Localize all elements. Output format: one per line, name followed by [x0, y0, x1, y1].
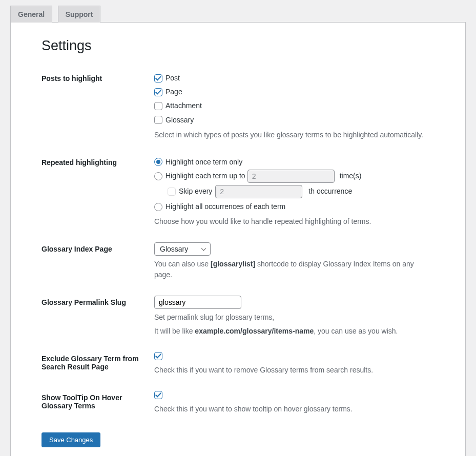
checkbox-show-tooltip[interactable]	[154, 391, 162, 399]
checkbox-post-label[interactable]: Post	[165, 72, 180, 85]
checkbox-skip-every[interactable]	[168, 188, 176, 196]
radio-highlight-once-label[interactable]: Highlight once term only	[165, 156, 242, 169]
desc-show-tooltip: Check this if you want to show tooltip o…	[154, 404, 429, 414]
checkbox-attachment[interactable]	[154, 102, 162, 110]
radio-highlight-once[interactable]	[154, 158, 162, 166]
tab-support[interactable]: Support	[58, 6, 101, 23]
label-repeated-highlighting: Repeated highlighting	[42, 148, 154, 235]
label-exclude-search: Exclude Glossary Term from Search Result…	[42, 344, 154, 383]
save-changes-button[interactable]: Save Changes	[42, 432, 100, 447]
tab-general[interactable]: General	[10, 6, 52, 23]
checkbox-skip-every-label-post: th occurrence	[308, 185, 352, 198]
page-title: Settings	[42, 38, 434, 54]
checkbox-attachment-label[interactable]: Attachment	[165, 99, 202, 112]
select-index-page[interactable]: Glossary	[154, 242, 211, 256]
desc-posts-to-highlight: Select in which types of posts you like …	[154, 130, 429, 140]
checkbox-exclude-search[interactable]	[154, 352, 162, 360]
desc-repeated-highlighting: Choose how you would like to handle repe…	[154, 216, 429, 227]
desc-exclude-search: Check this if you want to remove Glossar…	[154, 365, 429, 376]
checkbox-page-label[interactable]: Page	[165, 86, 182, 98]
desc-permalink-slug-1: Set permalink slug for glossary terms,	[154, 312, 429, 323]
label-show-tooltip: Show ToolTip On Hover Glossary Terms	[42, 383, 154, 422]
checkbox-glossary[interactable]	[154, 116, 162, 124]
radio-highlight-upto-label-post: time(s)	[340, 170, 362, 182]
settings-panel: Settings Posts to highlight Post Page	[10, 23, 466, 456]
checkbox-glossary-label[interactable]: Glossary	[165, 114, 194, 127]
input-upto-times[interactable]	[247, 170, 335, 183]
radio-highlight-upto-label-pre[interactable]: Highlight each term up to	[165, 170, 245, 182]
radio-highlight-upto[interactable]	[154, 172, 162, 180]
radio-highlight-all-label[interactable]: Highlight all occurrences of each term	[165, 200, 285, 213]
tab-bar: General Support	[10, 5, 466, 23]
input-permalink-slug[interactable]	[154, 296, 241, 309]
radio-highlight-all[interactable]	[154, 203, 162, 211]
input-skip-every[interactable]	[215, 185, 302, 198]
label-posts-to-highlight: Posts to highlight	[42, 64, 154, 148]
label-permalink-slug: Glossary Permalink Slug	[42, 288, 154, 344]
desc-index-page: You can also use [glossarylist] shortcod…	[154, 259, 429, 280]
label-index-page: Glossary Index Page	[42, 235, 154, 288]
desc-permalink-slug-2: It will be like example.com/glossary/ite…	[154, 326, 429, 337]
checkbox-post[interactable]	[154, 74, 162, 82]
checkbox-skip-every-label-pre[interactable]: Skip every	[179, 185, 212, 198]
checkbox-page[interactable]	[154, 88, 162, 96]
